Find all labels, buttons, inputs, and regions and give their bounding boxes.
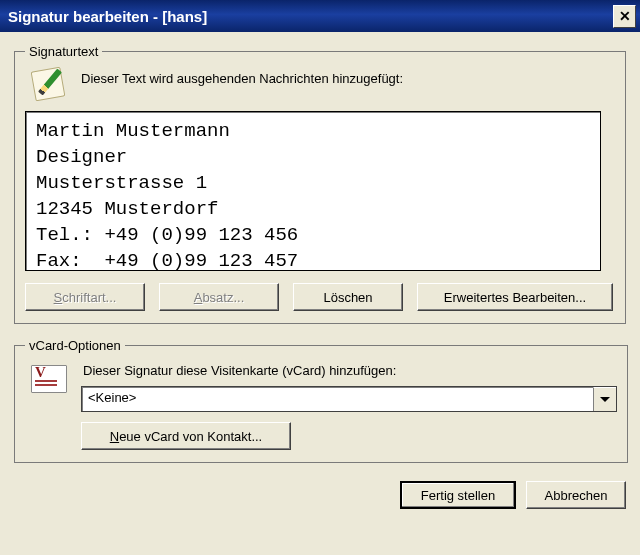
font-button[interactable]: Schriftart... — [25, 283, 145, 311]
clear-button[interactable]: Löschen — [293, 283, 403, 311]
chevron-down-icon — [600, 397, 610, 402]
signature-group-legend: Signaturtext — [25, 44, 102, 59]
advanced-edit-button[interactable]: Erweitertes Bearbeiten... — [417, 283, 613, 311]
window-title: Signatur bearbeiten - [hans] — [8, 8, 611, 25]
paragraph-button-rest: bsatz... — [202, 290, 244, 305]
new-vcard-rest: eue vCard von Kontakt... — [119, 429, 262, 444]
vcard-selected-value: <Keine> — [82, 387, 593, 411]
signature-description-row: Dieser Text wird ausgehenden Nachrichten… — [25, 67, 615, 103]
signature-text-group: Signaturtext Dieser Text wird ausgehende… — [14, 44, 626, 324]
vcard-select[interactable]: <Keine> — [81, 386, 617, 412]
paragraph-button[interactable]: Absatz... — [159, 283, 279, 311]
signature-description: Dieser Text wird ausgehenden Nachrichten… — [81, 67, 403, 86]
signature-editor[interactable]: Martin Mustermann Designer Musterstrasse… — [25, 111, 601, 271]
vcard-dropdown-button[interactable] — [593, 387, 616, 411]
vcard-options-group: vCard-Optionen V Dieser Signatur diese V… — [14, 338, 628, 463]
close-icon: ✕ — [619, 9, 631, 23]
title-bar: Signatur bearbeiten - [hans] ✕ — [0, 0, 640, 32]
finish-button[interactable]: Fertig stellen — [400, 481, 516, 509]
edit-signature-icon — [29, 67, 69, 103]
cancel-button[interactable]: Abbrechen — [526, 481, 626, 509]
font-button-rest: chriftart... — [62, 290, 116, 305]
dialog-footer: Fertig stellen Abbrechen — [0, 477, 640, 509]
vcard-icon: V — [29, 361, 69, 397]
client-area: Signaturtext Dieser Text wird ausgehende… — [0, 32, 640, 463]
close-button[interactable]: ✕ — [613, 5, 636, 28]
new-vcard-button[interactable]: Neue vCard von Kontakt... — [81, 422, 291, 450]
vcard-description: Dieser Signatur diese Visitenkarte (vCar… — [83, 363, 617, 378]
vcard-group-legend: vCard-Optionen — [25, 338, 125, 353]
signature-button-row: Schriftart... Absatz... Löschen Erweiter… — [25, 283, 615, 311]
